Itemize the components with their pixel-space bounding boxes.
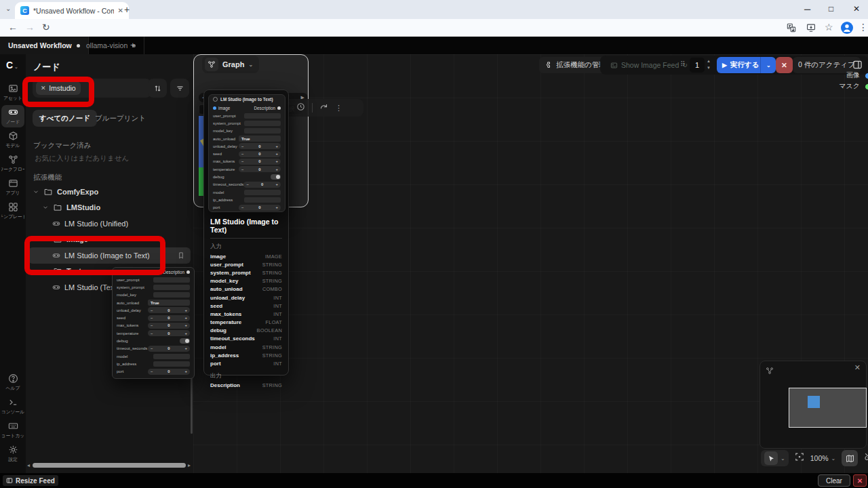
drag-handle-icon[interactable]: ⠿: [680, 60, 686, 68]
graph-breadcrumb-button[interactable]: Graph ⌄: [202, 56, 259, 73]
widget-number[interactable]: −0+: [148, 315, 190, 321]
minimap-close-icon[interactable]: ✕: [854, 363, 861, 372]
widget-text-field[interactable]: [244, 190, 281, 195]
widget-number[interactable]: −0+: [148, 369, 190, 375]
horizontal-scrollbar[interactable]: [33, 463, 186, 468]
graph-canvas[interactable]: Graph ⌄ 拡張機能の管理 Show Image Feed ↻ ⠿ 1 ▲▼…: [193, 54, 868, 473]
batch-count-stepper[interactable]: ▲▼: [707, 58, 711, 71]
tree-row-comfyexpo[interactable]: ComfyExpo: [26, 184, 193, 200]
profile-avatar[interactable]: [841, 22, 853, 34]
run-options-chevron[interactable]: ⌄: [760, 57, 776, 73]
back-icon[interactable]: ←: [8, 22, 18, 32]
widget-text-field[interactable]: [244, 128, 281, 134]
sidebar-item-console[interactable]: コンソール: [1, 395, 24, 418]
chevron-down-icon[interactable]: [33, 188, 39, 195]
sidebar-item-settings[interactable]: 設定: [1, 443, 24, 465]
browser-tab[interactable]: C *Unsaved Workflow - ComfyUI ✕: [15, 2, 129, 19]
widget-text-field[interactable]: [244, 121, 281, 126]
tree-row-image[interactable]: Image: [26, 232, 193, 248]
toolbar-menu-icon[interactable]: ⋮: [335, 104, 342, 113]
widget-toggle[interactable]: [271, 174, 281, 180]
output-image-dot[interactable]: [865, 73, 868, 79]
minimap-toggle-button[interactable]: [842, 450, 858, 466]
close-feed-button[interactable]: ✕: [853, 474, 867, 487]
tab-close-icon[interactable]: ✕: [118, 7, 123, 14]
tab-search-chevron-icon[interactable]: ⌄: [5, 5, 11, 12]
resize-feed-button[interactable]: Resize Feed: [3, 475, 58, 486]
sidebar-item-workflows[interactable]: ワークフロー: [1, 152, 24, 175]
zoom-level-label[interactable]: 100%: [810, 454, 829, 462]
chevron-down-icon[interactable]: [42, 204, 49, 211]
widget-text-field[interactable]: [244, 113, 281, 119]
widget-number[interactable]: −0+: [239, 143, 281, 149]
window-maximize-button[interactable]: □: [829, 4, 833, 14]
comfyui-logo[interactable]: C ⌄: [6, 60, 18, 70]
puzzle-icon: [545, 61, 553, 69]
widget-text-field[interactable]: [153, 277, 190, 283]
apps-icon: [8, 178, 18, 188]
widget-number[interactable]: −0+: [148, 346, 190, 352]
bookmark-icon[interactable]: [177, 251, 185, 260]
widget-toggle[interactable]: [180, 338, 190, 344]
chevron-down-icon[interactable]: [42, 236, 49, 243]
widget-number[interactable]: −0+: [148, 330, 190, 336]
chevron-down-icon[interactable]: [42, 268, 49, 274]
window-close-button[interactable]: ✕: [853, 4, 860, 14]
widget-number[interactable]: −0+: [239, 159, 281, 165]
browser-menu-icon[interactable]: ⋮: [859, 22, 868, 32]
widget-name: unload_delay: [117, 308, 141, 312]
folder-icon: [44, 188, 52, 196]
forward-icon[interactable]: →: [25, 22, 35, 32]
widget-number[interactable]: −0+: [148, 323, 190, 329]
sidebar-item-apps[interactable]: アプリ: [1, 176, 24, 199]
widget-text-field[interactable]: [153, 361, 190, 367]
widget-number[interactable]: −0+: [239, 151, 281, 157]
translate-icon[interactable]: [787, 23, 796, 35]
detail-type: INT: [273, 295, 282, 301]
widget-combo[interactable]: True: [239, 136, 281, 142]
widget-number[interactable]: −0+: [239, 166, 281, 172]
widget-text-field[interactable]: [153, 354, 190, 359]
new-workflow-button[interactable]: +: [130, 40, 136, 50]
bookmark-star-icon[interactable]: ☆: [825, 22, 833, 32]
scroll-left-arrow-icon[interactable]: ◂: [27, 462, 30, 468]
stepper-up-icon[interactable]: ▲: [707, 58, 711, 64]
minimap-viewport[interactable]: [789, 388, 867, 428]
widget-text-field[interactable]: [153, 292, 190, 298]
redo-icon[interactable]: [319, 102, 328, 114]
stepper-down-icon[interactable]: ▼: [707, 64, 711, 71]
focus-view-icon[interactable]: [795, 452, 804, 464]
install-app-icon[interactable]: [806, 23, 816, 35]
cancel-button[interactable]: ✕: [776, 57, 793, 73]
clear-button[interactable]: Clear: [818, 474, 850, 487]
widget-text-field[interactable]: [153, 285, 190, 290]
new-tab-button[interactable]: +: [124, 4, 130, 15]
run-button[interactable]: ▶ 実行する: [717, 57, 764, 73]
reload-icon[interactable]: ↻: [42, 22, 50, 32]
batch-count-input[interactable]: 1: [690, 58, 705, 73]
widget-number[interactable]: −0+: [148, 307, 190, 313]
widget-text-field[interactable]: [244, 197, 281, 203]
widget-combo[interactable]: True: [148, 300, 190, 306]
sidebar-item-templates[interactable]: テンプレート: [1, 200, 24, 222]
widget-number[interactable]: −0+: [243, 182, 281, 188]
scroll-right-arrow-icon[interactable]: ▸: [188, 462, 191, 468]
window-minimize-button[interactable]: ─: [804, 4, 810, 14]
widget-name: user_prompt: [117, 278, 140, 282]
sidebar-item-help[interactable]: ヘルプ: [1, 371, 24, 394]
pointer-mode-button[interactable]: ⌄: [761, 450, 789, 466]
toolbar-divider: [312, 103, 313, 113]
link-visibility-icon[interactable]: [864, 452, 868, 464]
workflow-tab-active[interactable]: Unsaved Workflow: [0, 37, 89, 54]
tree-row-lm-studio-image-to-text-[interactable]: LM Studio (Image to Text): [28, 247, 191, 264]
history-clock-icon[interactable]: [296, 102, 305, 114]
sidebar-item-shortcuts[interactable]: ショートカット: [1, 419, 24, 441]
widget-number[interactable]: −0+: [239, 205, 281, 211]
output-mask-dot[interactable]: [865, 83, 868, 90]
widget-name: debug: [213, 175, 224, 179]
tree-row-lmstudio[interactable]: LMStudio: [26, 200, 193, 216]
sidebar-item-nodes[interactable]: ノード: [1, 105, 24, 127]
sidebar-item-models[interactable]: モデル: [1, 129, 24, 151]
tree-row-lm-studio-unified-[interactable]: LM Studio (Unified): [26, 216, 193, 232]
sidebar-item-assets[interactable]: アセット: [1, 81, 24, 104]
